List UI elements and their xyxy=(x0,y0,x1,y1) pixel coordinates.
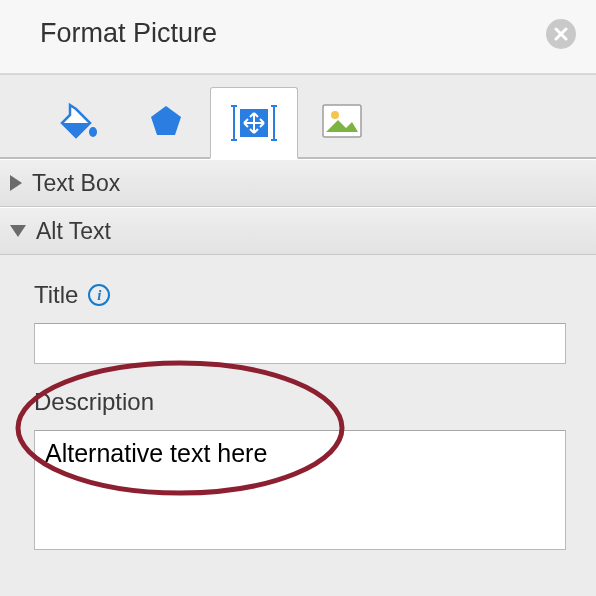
effects-icon xyxy=(147,102,185,140)
picture-icon xyxy=(322,104,362,138)
title-label-row: Title i xyxy=(34,281,570,309)
section-label-alt-text: Alt Text xyxy=(36,218,111,245)
close-button[interactable] xyxy=(546,19,576,49)
format-tabs xyxy=(0,74,596,159)
tab-fill-line[interactable] xyxy=(34,85,122,157)
tab-size-properties[interactable] xyxy=(210,87,298,159)
chevron-right-icon xyxy=(10,175,22,191)
section-text-box[interactable]: Text Box xyxy=(0,159,596,207)
panel-title: Format Picture xyxy=(40,18,217,49)
description-label: Description xyxy=(34,388,570,416)
description-textarea[interactable] xyxy=(34,430,566,550)
title-input[interactable] xyxy=(34,323,566,364)
info-icon[interactable]: i xyxy=(88,284,110,306)
tab-picture[interactable] xyxy=(298,85,386,157)
panel-header: Format Picture xyxy=(0,0,596,74)
fill-line-icon xyxy=(56,99,100,143)
svg-point-10 xyxy=(331,111,339,119)
tab-effects[interactable] xyxy=(122,85,210,157)
chevron-down-icon xyxy=(10,225,26,237)
size-properties-icon xyxy=(231,102,277,144)
section-label-text-box: Text Box xyxy=(32,170,120,197)
alt-text-content: Title i Description xyxy=(0,255,596,550)
svg-point-0 xyxy=(89,127,97,137)
section-alt-text[interactable]: Alt Text xyxy=(0,207,596,255)
svg-marker-1 xyxy=(151,106,181,135)
title-label: Title xyxy=(34,281,78,309)
close-icon xyxy=(554,27,568,41)
svg-rect-9 xyxy=(323,105,361,137)
